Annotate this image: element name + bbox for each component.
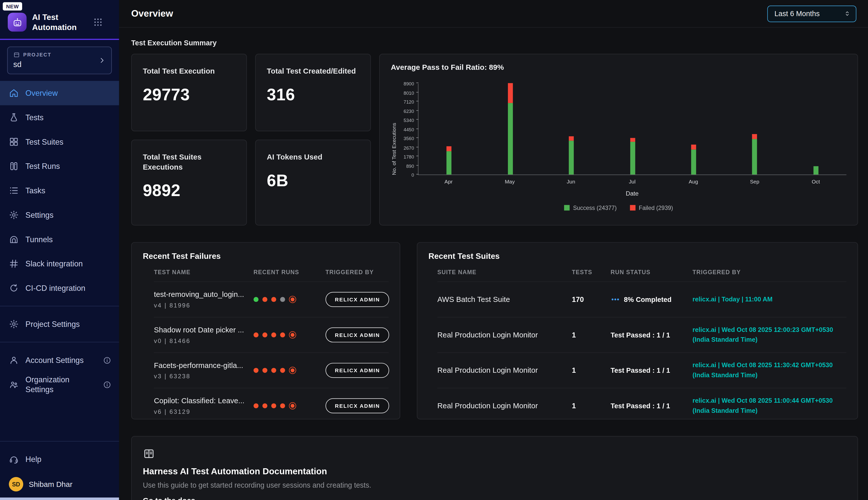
pass-fail-chart-card: Average Pass to Fail Ratio: 89% No. of T… (379, 54, 858, 225)
bar-jul (630, 138, 635, 175)
test-name[interactable]: Facets-performance-gitla... (154, 361, 249, 370)
x-axis-tick-label: May (479, 179, 540, 184)
sidebar-secondary-nav: Project Settings (0, 312, 119, 337)
project-label: PROJECT (23, 52, 51, 58)
account-icon (9, 355, 19, 365)
bar-segment-failed (630, 138, 635, 142)
sidebar-item-project-settings[interactable]: Project Settings (0, 312, 119, 337)
sidebar-item-help[interactable]: Help (0, 447, 119, 471)
run-status-text: Test Passed : 1 / 1 (611, 366, 670, 374)
stat-card-total-test-suites-executions: Total Test Suites Executions 9892 (131, 140, 247, 226)
test-suite-row[interactable]: AWS Batch Test Suite 170 8% Completed re… (437, 282, 847, 317)
test-failure-row[interactable]: Facets-performance-gitla... v3 | 63238 R… (154, 352, 389, 388)
sidebar-item-tasks[interactable]: Tasks (0, 179, 119, 203)
sidebar-item-label: Tasks (25, 186, 45, 196)
y-axis-tick-label: 5340 (404, 117, 414, 123)
triggered-by-button[interactable]: RELICX ADMIN (326, 363, 389, 378)
project-selector[interactable]: PROJECT sd (7, 47, 112, 74)
suite-name[interactable]: Real Production Login Monitor (437, 402, 572, 410)
sidebar-item-overview[interactable]: Overview (0, 81, 119, 105)
test-name[interactable]: Shadow root Date picker ... (154, 326, 249, 334)
slack-icon (9, 259, 19, 269)
sidebar-item-test-suites[interactable]: Test Suites (0, 130, 119, 154)
time-range-value: Last 6 Months (774, 9, 839, 18)
y-axis-tick-mark (416, 174, 419, 174)
sidebar-item-settings[interactable]: Settings (0, 203, 119, 227)
go-to-docs-link[interactable]: Go to the docs → (143, 496, 208, 500)
recent-test-failures-title: Recent Test Failures (143, 251, 389, 260)
x-axis: AprMayJunJulAugSepOct (418, 179, 847, 184)
test-suite-row[interactable]: Real Production Login Monitor 1 Test Pas… (437, 317, 847, 352)
test-failure-row[interactable]: Copilot: Classified: Leave... v6 | 63129… (154, 388, 389, 419)
run-dot-target (289, 367, 296, 374)
test-name[interactable]: test-removing_auto_login... (154, 290, 249, 299)
user-menu[interactable]: SD Shibam Dhar (0, 471, 119, 500)
suite-tests-count: 1 (572, 402, 611, 410)
y-axis-tick-mark (416, 128, 419, 129)
run-dot-orange (254, 368, 259, 373)
sidebar-item-label: Tunnels (25, 234, 52, 245)
test-name[interactable]: Copilot: Classified: Leave... (154, 397, 249, 405)
legend-swatch (630, 205, 636, 211)
legend-label: Success (24377) (573, 204, 617, 211)
bar-segment-failed (752, 134, 757, 139)
info-icon[interactable] (103, 356, 111, 364)
triggered-by-button[interactable]: RELICX ADMIN (326, 292, 389, 307)
sidebar-item-ci-cd-integration[interactable]: CI-CD integration (0, 276, 119, 300)
y-axis-tick-label: 8010 (404, 90, 414, 95)
apps-grid-icon[interactable] (93, 17, 103, 27)
sidebar-item-account-settings[interactable]: Account Settings (0, 348, 119, 373)
suite-name[interactable]: Real Production Login Monitor (437, 366, 572, 375)
test-suite-row[interactable]: Real Production Login Monitor 1 Test Pas… (437, 352, 847, 388)
bar-segment-success (630, 142, 635, 175)
sidebar-item-tunnels[interactable]: Tunnels (0, 227, 119, 252)
suites-table: SUITE NAME TESTS RUN STATUS TRIGGERED BY… (429, 263, 847, 419)
info-icon[interactable] (103, 380, 111, 389)
bar-sep (752, 134, 757, 174)
x-axis-tick-label: Oct (785, 179, 846, 184)
home-icon (9, 88, 19, 98)
chart-plot-area (418, 84, 847, 175)
bar-segment-success (813, 166, 818, 174)
suite-name[interactable]: AWS Batch Test Suite (437, 295, 572, 304)
avatar: SD (9, 477, 23, 491)
suite-name[interactable]: Real Production Login Monitor (437, 331, 572, 339)
documentation-card: Harness AI Test Automation Documentation… (131, 436, 858, 500)
suite-triggered-by[interactable]: relicx.ai | Wed Oct 08 2025 11:00:44 GMT… (692, 396, 846, 416)
sidebar-item-tests[interactable]: Tests (0, 105, 119, 130)
suite-triggered-by[interactable]: relicx.ai | Today | 11:00 AM (692, 295, 846, 305)
y-axis-tick-label: 3560 (404, 136, 414, 141)
column-run-status: RUN STATUS (611, 269, 692, 275)
column-triggered-by: TRIGGERED BY (326, 269, 389, 275)
column-triggered-by: TRIGGERED BY (692, 269, 846, 275)
sidebar-item-label: CI-CD integration (25, 283, 85, 293)
page-header: Overview Last 6 Months (119, 0, 868, 28)
test-failure-row[interactable]: Shadow root Date picker ... v0 | 81466 R… (154, 317, 389, 352)
y-axis-tick-mark (416, 137, 419, 138)
run-status-text: Test Passed : 1 / 1 (611, 402, 670, 410)
go-to-docs-label: Go to the docs (143, 497, 195, 500)
sidebar-item-test-runs[interactable]: Test Runs (0, 154, 119, 179)
x-axis-tick-label: Apr (418, 179, 479, 184)
recent-runs (254, 296, 326, 303)
sidebar-item-organization-settings[interactable]: Organization Settings (0, 373, 119, 397)
triggered-by-button[interactable]: RELICX ADMIN (326, 327, 389, 342)
sidebar-item-slack-integration[interactable]: Slack integration (0, 252, 119, 276)
time-range-select[interactable]: Last 6 Months (767, 5, 856, 22)
run-status-text: 8% Completed (624, 296, 672, 304)
y-axis: 0890178026703560445053406230712080108900 (399, 84, 418, 175)
stat-label: Total Test Suites Executions (143, 152, 235, 173)
chart-title: Average Pass to Fail Ratio: 89% (391, 63, 846, 71)
bar-segment-failed (569, 137, 574, 141)
suite-triggered-by[interactable]: relicx.ai | Wed Oct 08 2025 12:00:23 GMT… (692, 325, 846, 345)
sidebar-item-label: Overview (25, 88, 58, 98)
failures-table: TEST NAME RECENT RUNS TRIGGERED BY test-… (143, 263, 389, 419)
test-failure-row[interactable]: test-removing_auto_login... v4 | 81996 R… (154, 282, 389, 317)
test-suite-row[interactable]: Real Production Login Monitor 1 Test Pas… (437, 388, 847, 419)
stat-label: Total Test Execution (143, 67, 235, 77)
triggered-by-button[interactable]: RELICX ADMIN (326, 398, 389, 413)
sidebar-tertiary-nav: Account Settings Organization Settings (0, 348, 119, 397)
bar-aug (691, 145, 696, 175)
suite-triggered-by[interactable]: relicx.ai | Wed Oct 08 2025 11:30:42 GMT… (692, 360, 846, 380)
bar-segment-success (446, 151, 451, 175)
